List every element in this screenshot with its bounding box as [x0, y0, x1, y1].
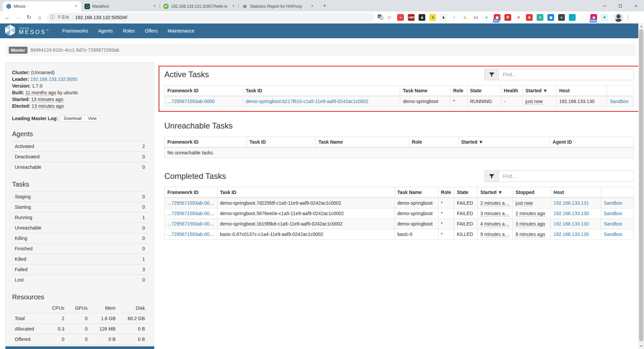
bottom-blue-strip	[5, 346, 154, 349]
col-framework-id[interactable]: Framework ID	[165, 187, 217, 198]
tab-close-icon[interactable]: ×	[152, 4, 157, 9]
extension-icon[interactable]: ✓	[451, 14, 458, 21]
col-state[interactable]: State	[454, 187, 478, 198]
extension-icon[interactable]: ◉ New	[590, 14, 597, 21]
framework-id-link[interactable]: ...7295671593ab-0000	[167, 221, 215, 227]
filter-funnel-icon[interactable]	[484, 170, 498, 182]
info-icon[interactable]: ⓘ	[50, 14, 55, 20]
tab-close-icon[interactable]: ×	[231, 4, 236, 9]
col-health[interactable]: Health	[501, 86, 523, 96]
leader-link[interactable]: 192.168.133.132:5050	[30, 77, 77, 82]
extension-icon[interactable]: ✳	[601, 14, 608, 21]
col-role[interactable]: Role	[438, 187, 454, 198]
col-task-id[interactable]: Task ID	[217, 187, 394, 198]
tab-marathon[interactable]: Marathon ×	[81, 1, 160, 11]
framework-id-link[interactable]: ...7295671593ab-0000	[167, 211, 215, 216]
sandbox-link[interactable]: Sandbox	[604, 232, 622, 237]
host-link[interactable]: 192.168.133.131	[553, 200, 589, 206]
address-bar[interactable]: ⓘ 不安全 192.168.133.132:5050/#/	[46, 13, 374, 22]
extension-icon[interactable]: (≡)	[472, 14, 479, 21]
col-started-sorted[interactable]: Started ▼	[478, 187, 513, 198]
col-host[interactable]: Host	[551, 187, 601, 198]
nav-item[interactable]: Roles	[118, 23, 140, 38]
col-task-id[interactable]: Task ID	[247, 137, 316, 148]
view-button[interactable]: View	[85, 115, 100, 122]
tab-hello-app[interactable]: 192.168.133.131:31657/hello w ×	[160, 1, 238, 11]
tab-close-icon[interactable]: ×	[310, 4, 315, 9]
extension-icon[interactable]: ABP	[408, 14, 415, 21]
host-link[interactable]: 192.168.133.130	[553, 211, 589, 216]
scroll-down-icon[interactable]: ▼	[638, 343, 644, 349]
framework-id-link[interactable]: ...7295671593ab-0000	[167, 99, 215, 104]
tab-mesos[interactable]: Mesos ×	[3, 1, 81, 11]
tab-close-icon[interactable]: ×	[73, 4, 79, 9]
extension-icon[interactable]: 折	[504, 14, 511, 21]
scrollbar-thumb[interactable]	[639, 29, 643, 341]
mesos-brand[interactable]: Apache MESOS™	[4, 24, 48, 38]
extension-icon[interactable]: ♞	[440, 14, 447, 21]
col-framework-id[interactable]: Framework ID	[165, 137, 247, 148]
bookmark-star-icon[interactable]: ☆	[387, 14, 391, 20]
page-scrollbar[interactable]: ▲ ▼	[638, 23, 644, 349]
extension-icon[interactable]: ▦ 99+	[494, 14, 500, 21]
sandbox-link[interactable]: Sandbox	[604, 200, 622, 206]
col-task-id[interactable]: Task ID	[243, 86, 400, 96]
minimize-button[interactable]	[597, 0, 612, 11]
col-started-sorted[interactable]: Started ▼	[458, 137, 550, 148]
sandbox-link[interactable]: Sandbox	[604, 211, 622, 216]
close-button[interactable]: ×	[628, 0, 644, 11]
extension-icon[interactable]: ↓	[580, 14, 586, 21]
col-started-sorted[interactable]: Started ▼	[523, 86, 556, 96]
browser-menu-icon[interactable]: ⋮	[626, 14, 631, 20]
extension-icon[interactable]: R	[515, 14, 522, 21]
scroll-up-icon[interactable]: ▲	[638, 23, 644, 29]
maximize-button[interactable]	[612, 0, 628, 11]
host-link[interactable]: 192.168.133.130	[553, 221, 589, 227]
nav-item[interactable]: Offers	[140, 23, 163, 38]
tab-haproxy-stats[interactable]: ⊕ Statistics Report for HAProxy ×	[239, 1, 317, 11]
col-stopped[interactable]: Stopped	[513, 187, 551, 198]
home-button[interactable]: ⌂	[35, 13, 44, 22]
col-gpus: GPUs	[67, 303, 90, 313]
col-framework-id[interactable]: Framework ID	[165, 86, 243, 96]
profile-avatar[interactable]	[614, 13, 623, 22]
sandbox-link[interactable]: Sandbox	[610, 99, 628, 104]
reload-button[interactable]: ↻	[24, 13, 34, 22]
new-tab-button[interactable]: +	[320, 1, 329, 11]
active-tasks-find-input[interactable]	[498, 69, 634, 80]
col-host[interactable]: Host	[556, 86, 607, 96]
extension-icon[interactable]: ♟	[419, 14, 425, 21]
download-button[interactable]: Download	[60, 115, 85, 122]
task-name: demo-springboot	[394, 219, 438, 229]
col-state[interactable]: State	[467, 86, 501, 96]
url-text[interactable]: 192.168.133.132:5050/#/	[75, 15, 127, 20]
forward-button[interactable]: →	[13, 13, 23, 22]
nav-item[interactable]: Agents	[93, 23, 118, 38]
extension-icon[interactable]: ≣	[526, 14, 533, 21]
completed-tasks-find-input[interactable]	[498, 170, 634, 182]
task-id-link[interactable]: demo-springboot.b217f610-c1a5-11e9-aaf9-…	[246, 99, 369, 104]
extension-icon[interactable]: →	[569, 14, 576, 21]
framework-id-link[interactable]: ...7295671593ab-0000	[167, 232, 215, 237]
extension-icon[interactable]: S	[537, 14, 543, 21]
framework-id-link[interactable]: ...7295671593ab-0000	[167, 200, 215, 206]
col-task-name[interactable]: Task Name	[400, 86, 450, 96]
col-task-name[interactable]: Task Name	[316, 137, 409, 148]
host-link[interactable]: 192.168.133.130	[553, 232, 589, 237]
extension-icon[interactable]: ∞	[397, 14, 404, 21]
extension-icon[interactable]: G	[483, 14, 490, 21]
extension-icon[interactable]: Q	[462, 14, 468, 21]
sandbox-link[interactable]: Sandbox	[604, 221, 622, 227]
back-button[interactable]: ←	[3, 13, 12, 22]
col-role[interactable]: Role	[409, 137, 458, 148]
extension-icon[interactable]: ▤	[547, 14, 554, 21]
translate-icon[interactable]: Aa	[377, 14, 383, 21]
col-task-name[interactable]: Task Name	[394, 187, 438, 198]
extension-icon[interactable]: ✚	[429, 14, 436, 21]
extension-icon[interactable]: e	[558, 14, 565, 21]
nav-item[interactable]: Frameworks	[57, 23, 93, 38]
filter-funnel-icon[interactable]	[484, 69, 498, 80]
nav-item[interactable]: Maintenance	[163, 23, 200, 38]
col-agent-id[interactable]: Agent ID	[550, 137, 634, 148]
col-role[interactable]: Role	[450, 86, 467, 96]
